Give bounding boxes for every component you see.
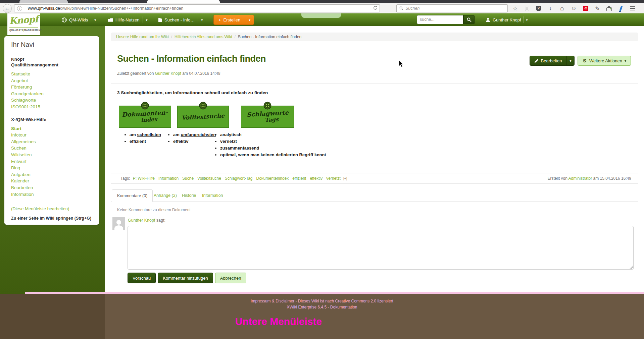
downloads-icon[interactable]: ↓ <box>547 5 554 12</box>
sidebar-item[interactable]: Information <box>11 191 92 198</box>
sidebar-item[interactable]: Entwurf <box>11 158 92 165</box>
comment-author-line: Gunther Knopf sagt: <box>128 218 165 223</box>
highlighter-icon[interactable] <box>617 5 625 12</box>
reload-icon[interactable] <box>373 5 378 11</box>
create-button[interactable]: +Erstellen ▾ <box>213 15 254 25</box>
menu-icon[interactable] <box>629 5 636 12</box>
figure-dokumentenindex[interactable]: Dokumenten- index <box>119 106 171 128</box>
divider <box>25 6 25 11</box>
browser-tab[interactable] <box>19 0 68 3</box>
sidebar-group1-title: Knopf Qualitätsmanagement <box>11 56 92 68</box>
sidebar-item[interactable]: Kalender <box>11 178 92 184</box>
modified-user-link[interactable]: Gunther Knopf <box>155 71 181 76</box>
create-dropdown[interactable]: ▾ <box>245 15 254 24</box>
divider <box>11 52 92 52</box>
wiki-search-input[interactable]: suche... <box>417 15 463 24</box>
resize-handle[interactable] <box>630 266 633 269</box>
tag-link[interactable]: P: Wiki-Hilfe <box>133 176 155 181</box>
menu-space[interactable]: Hilfe-Nutzen ▾ <box>108 13 148 26</box>
feedback-smiley-icon[interactable]: ☺ <box>570 5 578 12</box>
sidebar-item[interactable]: Start <box>11 125 92 132</box>
tag-link[interactable]: effektiv <box>310 176 323 181</box>
sidebar-links-knopf: Startseite Angebot Förderung Grundgedank… <box>11 71 92 110</box>
bookmark-star-icon[interactable]: ☆ <box>511 5 519 12</box>
tab-information[interactable]: Information <box>197 189 228 202</box>
reading-list-icon[interactable] <box>523 5 531 12</box>
footer-version-link[interactable]: XWiki Enterprise 6.4.5 - Dokumentation <box>0 305 644 309</box>
tag-link[interactable]: effizient <box>292 176 306 181</box>
more-actions-button[interactable]: ⚙ Weitere Aktionen ▾ <box>578 56 631 66</box>
footer-banner-text: Untere Menüleiste <box>0 316 557 327</box>
sidebar-item[interactable]: Allgemeines <box>11 138 92 145</box>
tag-link[interactable]: Information <box>158 176 179 181</box>
tag-link[interactable]: Dokumentenindex <box>256 176 289 181</box>
browser-search-input[interactable]: Suchen <box>396 4 508 12</box>
back-button[interactable]: ← <box>3 4 12 13</box>
home-icon[interactable]: ⌂ <box>558 5 566 12</box>
sidebar-item[interactable]: Startseite <box>11 71 92 77</box>
chevron-down-icon[interactable]: ▾ <box>146 18 148 22</box>
tag-link[interactable]: Volltextsuche <box>197 176 221 181</box>
knopf-button-icon <box>263 102 271 110</box>
menu-wiki[interactable]: QM-Wikis ▾ <box>62 13 96 26</box>
menu-page[interactable]: Suchen - Info… ▾ <box>158 13 203 26</box>
breadcrumb-link[interactable]: Unsere Hilfe rund um Ihr Wiki <box>116 35 169 39</box>
pen-icon[interactable]: ✎ <box>594 5 601 12</box>
sidebar-item[interactable]: Blog <box>11 165 92 171</box>
sidebar-item[interactable]: Förderung <box>11 84 92 91</box>
edit-menu-link[interactable]: (Diese Menüleiste bearbeiten) <box>11 206 92 211</box>
plus-icon: + <box>218 17 221 22</box>
pocket-icon[interactable]: v <box>535 5 542 12</box>
sidebar-item[interactable]: ISO9001:2015 <box>11 104 92 110</box>
sidebar-links-hilfe: Start Infotour Allgemeines Suchen Wikise… <box>11 125 92 198</box>
figure-volltextsuche[interactable]: Volltextsuche <box>177 106 229 128</box>
figure-schlagworte[interactable]: Schlagworte Tags <box>241 106 294 128</box>
gear-icon: ⚙ <box>582 58 587 64</box>
printer-icon[interactable] <box>605 5 613 12</box>
sidebar-item[interactable]: Grundgedanken <box>11 91 92 97</box>
url-bar[interactable]: i www.qm-wikis.de/xwiki/bin/view/Hilfe-N… <box>14 4 380 12</box>
comment-buttons: Vorschau Kommentar hinzufügen Abbrechen <box>128 273 246 283</box>
chevron-down-icon[interactable]: ▾ <box>201 18 203 22</box>
edit-button[interactable]: Bearbeiten ▾ <box>530 56 575 66</box>
tag-link[interactable]: Schlagwort-Tag <box>225 176 253 181</box>
cancel-button[interactable]: Abbrechen <box>215 273 246 283</box>
breadcrumb: Unsere Hilfe rund um Ihr Wiki/Hilfeberei… <box>111 33 638 41</box>
chevron-down-icon[interactable]: ▾ <box>94 18 96 22</box>
preview-button[interactable]: Vorschau <box>128 273 156 283</box>
sidebar-item[interactable]: Suchen <box>11 145 92 152</box>
sidebar-item[interactable]: Bearbeiten <box>11 184 92 191</box>
knopf-button-icon <box>199 102 207 110</box>
sidebar-item[interactable]: Infotour <box>11 132 92 138</box>
tag-link[interactable]: vernetzt <box>326 176 341 181</box>
edit-dropdown[interactable]: ▾ <box>566 56 574 65</box>
add-tag-button[interactable]: [+] <box>343 177 347 180</box>
sidebar-item[interactable]: Angebot <box>11 77 92 84</box>
wiki-search-button[interactable] <box>463 15 475 24</box>
globe-icon <box>62 17 67 22</box>
footer-impressum-link[interactable]: Impressum & Disclaimer - Dieses Wiki ist… <box>0 299 644 303</box>
avatar <box>112 217 125 230</box>
sidebar-title: Ihr Navi <box>11 41 92 49</box>
sidebar-item[interactable]: Schlagworte <box>11 97 92 104</box>
avira-icon[interactable]: a <box>582 5 589 12</box>
bullet-list-volltextsuche: am umfangreichsten effektiv <box>168 131 216 145</box>
comment-textarea[interactable] <box>128 226 634 270</box>
browser-tab-strip <box>0 0 644 3</box>
sidebar-item[interactable]: Wikiseiten <box>11 152 92 158</box>
author-link[interactable]: Gunther Knopf <box>128 218 155 223</box>
breadcrumb-link[interactable]: Hilfebereich Alles rund ums Wiki <box>175 35 232 39</box>
add-comment-button[interactable]: Kommentar hinzufügen <box>158 273 213 283</box>
tab-comments[interactable]: Kommentare (0) <box>112 189 153 202</box>
site-info-icon[interactable]: i <box>17 6 22 11</box>
browser-tab-active[interactable] <box>147 0 220 3</box>
tag-link[interactable]: Suche <box>182 176 194 181</box>
toolbar-icons: ☆ v ↓ ⌂ ☺ a ✎ <box>511 4 636 13</box>
created-user-link[interactable]: Administrator <box>568 176 592 181</box>
knopf-logo[interactable]: Knopf QUALITÄTS|MANAGEMENT <box>7 13 40 35</box>
page-title: Suchen - Information einfach finden <box>117 54 266 64</box>
sidebar-item[interactable]: Aufgaben <box>11 171 92 178</box>
tag-list: P: Wiki-Hilfe Information Suche Volltext… <box>133 176 341 181</box>
chevron-down-icon[interactable]: ▾ <box>526 18 528 22</box>
user-menu[interactable]: Gunther Knopf ▾ <box>486 13 528 26</box>
